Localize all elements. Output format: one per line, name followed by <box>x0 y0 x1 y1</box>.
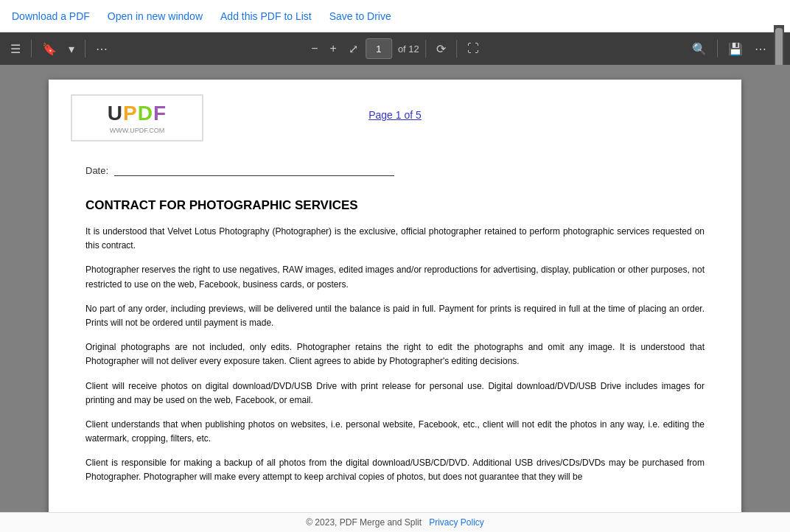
pdf-page: UPDF WWW.UPDF.COM Page 1 of 5 Date: CONT… <box>49 80 741 512</box>
contract-para-2: Photographer reserves the right to use n… <box>85 263 705 291</box>
bookmark-dropdown-button[interactable]: ▾ <box>64 39 79 59</box>
pdf-toolbar: ☰ 🔖 ▾ ⋯ − + ⤢ of 12 ⟳ ⛶ <box>0 32 790 65</box>
toolbar-divider-3 <box>425 40 426 57</box>
save-to-drive-link[interactable]: Save to Drive <box>329 10 391 22</box>
watermark-box: UPDF WWW.UPDF.COM <box>71 94 203 141</box>
top-bar: Download a PDF Open in new window Add th… <box>0 0 790 32</box>
pdf-viewer[interactable]: UPDF WWW.UPDF.COM Page 1 of 5 Date: CONT… <box>0 65 790 512</box>
open-new-window-link[interactable]: Open in new window <box>108 10 203 22</box>
search-button[interactable]: 🔍 <box>688 39 711 59</box>
bookmark-icon: 🔖 <box>42 42 57 56</box>
list-icon: ☰ <box>10 42 21 56</box>
save-icon: 💾 <box>728 42 743 56</box>
toolbar-left: ☰ 🔖 ▾ ⋯ <box>6 39 112 59</box>
zoom-in-button[interactable]: + <box>326 39 341 58</box>
contract-para-4: Original photographs are not included, o… <box>85 340 705 368</box>
contract-para-5: Client will receive photos on digital do… <box>85 379 705 407</box>
updf-url: WWW.UPDF.COM <box>110 127 165 134</box>
footer: © 2023, PDF Merge and Split Privacy Poli… <box>0 512 790 532</box>
contract-title: CONTRACT FOR PHOTOGRAPHIC SERVICES <box>85 198 705 213</box>
updf-logo: UPDF <box>108 102 167 125</box>
plus-icon: + <box>330 42 337 55</box>
search-icon: 🔍 <box>692 42 707 56</box>
contract-para-7: Client is responsible for making a backu… <box>85 456 705 484</box>
more-options-button[interactable]: ⋯ <box>91 39 112 59</box>
date-label: Date: <box>85 165 108 176</box>
contract-para-1: It is understood that Velvet Lotus Photo… <box>85 225 705 253</box>
save-button[interactable]: 💾 <box>724 39 747 59</box>
expand-button[interactable]: ⛶ <box>463 39 483 58</box>
main-content: UPDF WWW.UPDF.COM Page 1 of 5 Date: CONT… <box>0 65 790 512</box>
rotate-icon: ⟳ <box>436 42 446 56</box>
bookmark-button[interactable]: 🔖 <box>38 39 61 59</box>
fit-icon: ⤢ <box>349 42 358 56</box>
rotate-button[interactable]: ⟳ <box>432 39 450 59</box>
watermark: UPDF WWW.UPDF.COM <box>71 94 203 141</box>
toolbar-center: − + ⤢ of 12 ⟳ ⛶ <box>307 38 483 59</box>
contract-para-3: No part of any order, including previews… <box>85 302 705 330</box>
fit-page-button[interactable]: ⤢ <box>344 39 363 59</box>
more-dots-icon: ⋯ <box>96 42 108 56</box>
toolbar-divider-4 <box>456 40 457 57</box>
date-line: Date: <box>85 165 705 176</box>
add-to-list-link[interactable]: Add this PDF to List <box>220 10 312 22</box>
page-total: of 12 <box>398 43 419 55</box>
page-number-input[interactable] <box>366 38 392 59</box>
more-icon: ⋯ <box>755 42 766 56</box>
zoom-out-button[interactable]: − <box>307 39 322 58</box>
download-pdf-link[interactable]: Download a PDF <box>12 10 90 22</box>
minus-icon: − <box>311 42 318 55</box>
chevron-down-icon: ▾ <box>69 42 74 56</box>
toolbar-divider-2 <box>85 40 85 57</box>
toolbar-more-button[interactable]: ⋯ <box>750 39 771 59</box>
toolbar-divider-1 <box>31 40 32 57</box>
contract-para-6: Client understands that when publishing … <box>85 418 705 446</box>
privacy-policy-link[interactable]: Privacy Policy <box>429 517 484 528</box>
list-view-button[interactable]: ☰ <box>6 39 25 59</box>
footer-copyright: © 2023, PDF Merge and Split <box>306 517 422 528</box>
date-underline <box>114 175 394 176</box>
toolbar-divider-5 <box>717 40 718 57</box>
expand-icon: ⛶ <box>467 42 479 55</box>
